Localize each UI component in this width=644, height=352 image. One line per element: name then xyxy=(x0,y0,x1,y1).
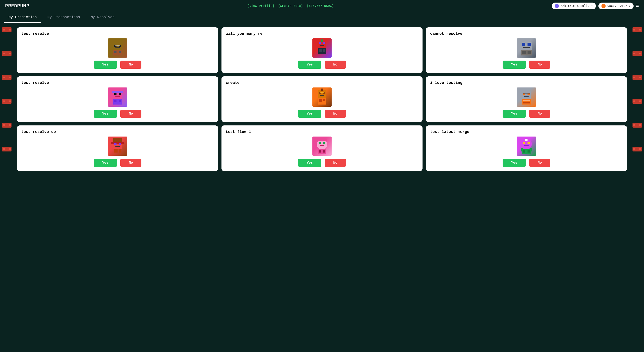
card-2-actions: Yes No xyxy=(226,61,418,69)
card-2-title: will you mary me xyxy=(226,32,262,36)
card-4-image-area xyxy=(21,87,214,107)
card-9-avatar xyxy=(517,136,536,156)
svg-rect-39 xyxy=(319,99,322,102)
card-7-image-area xyxy=(21,136,214,156)
prediction-card-9: test latest merge xyxy=(426,125,627,171)
prediction-card-7: test resolve db xyxy=(17,125,218,171)
svg-rect-2 xyxy=(121,43,123,45)
card-4-no-button[interactable]: No xyxy=(120,110,142,118)
tab-my-transactions[interactable]: My Transactions xyxy=(43,12,84,23)
svg-rect-29 xyxy=(112,91,123,93)
prediction-card-8: test flow 1 xyxy=(222,125,422,171)
tabs-bar: My Prediction My Transactions My Resolve… xyxy=(0,12,644,23)
svg-rect-16 xyxy=(319,49,322,52)
card-3-no-button[interactable]: No xyxy=(529,61,550,69)
card-8-actions: Yes No xyxy=(226,159,418,167)
card-9-no-button[interactable]: No xyxy=(529,159,550,167)
svg-rect-41 xyxy=(321,89,323,91)
logo: PREDPUMP xyxy=(5,4,30,9)
card-1-no-button[interactable]: No xyxy=(120,61,142,69)
card-4-avatar xyxy=(108,87,127,107)
svg-rect-51 xyxy=(111,142,124,144)
svg-rect-24 xyxy=(528,51,531,54)
svg-rect-68 xyxy=(528,142,530,144)
svg-rect-1 xyxy=(112,43,114,45)
prediction-card-6: i love testing xyxy=(426,76,627,122)
left-deco-4 xyxy=(2,99,12,104)
card-8-yes-button[interactable]: Yes xyxy=(298,159,321,167)
svg-rect-56 xyxy=(114,149,118,152)
svg-rect-36 xyxy=(320,92,324,93)
wallet-icon xyxy=(602,4,606,8)
svg-rect-60 xyxy=(323,142,325,144)
page-wrapper: test resolve xyxy=(0,23,644,175)
card-7-yes-button[interactable]: Yes xyxy=(94,159,117,167)
prediction-card-3: cannot resolve xyxy=(426,27,627,73)
card-2-image-area xyxy=(226,38,418,58)
create-bets-link[interactable]: [Create Bets] xyxy=(278,4,303,8)
tab-my-prediction[interactable]: My Prediction xyxy=(4,12,41,23)
left-deco-6 xyxy=(2,147,12,151)
card-6-avatar xyxy=(517,87,536,107)
hamburger-menu-icon[interactable]: ≡ xyxy=(636,4,639,9)
card-9-yes-button[interactable]: Yes xyxy=(502,159,526,167)
svg-rect-52 xyxy=(114,143,116,145)
right-decorations xyxy=(631,23,644,175)
card-5-yes-button[interactable]: Yes xyxy=(298,110,321,118)
svg-rect-46 xyxy=(524,96,528,97)
right-deco-1 xyxy=(632,27,642,32)
card-5-actions: Yes No xyxy=(226,110,418,118)
view-profile-link[interactable]: [View Profile] xyxy=(248,4,274,8)
svg-rect-57 xyxy=(118,149,121,152)
svg-rect-23 xyxy=(522,51,526,54)
network-icon xyxy=(555,4,559,8)
wallet-label: 0x60...01e7 xyxy=(607,4,627,8)
prediction-card-1: test resolve xyxy=(17,27,218,73)
card-9-image-area xyxy=(430,136,623,156)
card-5-no-button[interactable]: No xyxy=(325,110,346,118)
svg-rect-31 xyxy=(114,100,116,102)
svg-rect-12 xyxy=(323,42,325,44)
card-8-image-area xyxy=(226,136,418,156)
svg-rect-61 xyxy=(320,145,324,146)
card-2-yes-button[interactable]: Yes xyxy=(298,61,321,69)
network-selector[interactable]: Arbitrum Sepolia ▾ xyxy=(552,3,596,9)
card-6-image-area xyxy=(430,87,623,107)
svg-rect-45 xyxy=(523,93,530,94)
card-7-title: test resolve db xyxy=(21,130,56,134)
svg-rect-67 xyxy=(523,142,526,144)
main-content: test resolve xyxy=(13,23,631,175)
svg-rect-21 xyxy=(523,47,530,48)
card-8-title: test flow 1 xyxy=(226,130,251,134)
tab-my-resolved[interactable]: My Resolved xyxy=(86,12,119,23)
card-2-no-button[interactable]: No xyxy=(325,61,346,69)
card-2-avatar xyxy=(312,38,332,58)
svg-rect-17 xyxy=(323,49,325,52)
left-deco-3 xyxy=(2,75,12,80)
left-deco-5 xyxy=(2,123,12,128)
right-deco-5 xyxy=(632,123,642,128)
svg-rect-73 xyxy=(528,150,530,152)
card-5-avatar xyxy=(312,87,332,107)
card-3-yes-button[interactable]: Yes xyxy=(502,61,526,69)
svg-rect-47 xyxy=(522,99,531,105)
card-7-avatar xyxy=(108,136,127,156)
svg-rect-27 xyxy=(118,93,121,95)
prediction-card-2: will you mary me xyxy=(222,27,422,73)
svg-rect-54 xyxy=(116,146,120,147)
card-3-image-area xyxy=(430,38,623,58)
prediction-card-4: test resolve xyxy=(17,76,218,122)
card-6-yes-button[interactable]: Yes xyxy=(502,110,526,118)
card-4-yes-button[interactable]: Yes xyxy=(94,110,117,118)
wallet-selector[interactable]: 0x60...01e7 ▾ xyxy=(598,3,634,9)
wallet-chevron-icon: ▾ xyxy=(629,4,630,8)
card-8-no-button[interactable]: No xyxy=(325,159,346,167)
card-6-no-button[interactable]: No xyxy=(529,110,550,118)
svg-rect-32 xyxy=(118,100,121,102)
svg-rect-58 xyxy=(317,140,327,149)
svg-rect-37 xyxy=(320,95,324,96)
card-1-yes-button[interactable]: Yes xyxy=(94,61,117,69)
right-deco-6 xyxy=(632,147,642,151)
card-7-no-button[interactable]: No xyxy=(120,159,142,167)
right-deco-4 xyxy=(632,99,642,104)
